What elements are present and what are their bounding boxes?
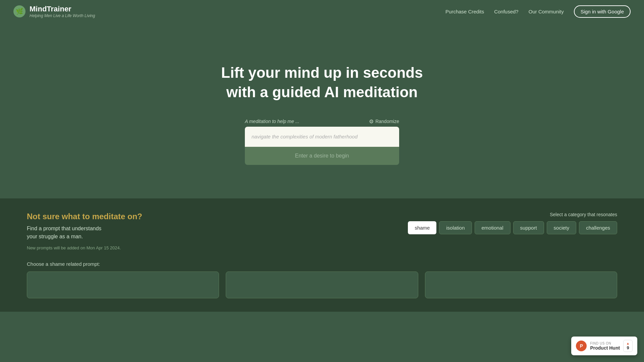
hero-headline: Lift your mind up in seconds with a guid… — [221, 63, 423, 101]
logo-text: MindTrainer Helping Men Live a Life Wort… — [30, 5, 95, 18]
submit-button[interactable]: Enter a desire to begin — [245, 147, 399, 165]
bottom-top: Not sure what to meditate on? Find a pro… — [27, 212, 617, 251]
category-tags: shame isolation emotional support societ… — [408, 221, 617, 234]
category-tag-emotional[interactable]: emotional — [475, 221, 511, 234]
new-prompts-note: New prompts will be added on Mon Apr 15 … — [27, 245, 142, 251]
prompt-cards — [27, 272, 617, 298]
prompts-title: Choose a shame related prompt: — [27, 261, 617, 267]
nav-community[interactable]: Our Community — [529, 9, 564, 14]
product-hunt-name: Product Hunt — [590, 345, 620, 351]
nav-confused[interactable]: Confused? — [494, 9, 519, 14]
bottom-description: Find a prompt that understands your stru… — [27, 225, 142, 241]
product-hunt-upvote[interactable]: ▲ 9 — [623, 340, 633, 352]
hero-section: Lift your mind up in seconds with a guid… — [0, 23, 644, 198]
product-hunt-logo: P — [576, 341, 587, 351]
form-label-row: A meditation to help me ... ⚙ Randomize — [245, 118, 399, 125]
category-tag-challenges[interactable]: challenges — [579, 221, 617, 234]
randomize-icon: ⚙ — [369, 118, 374, 125]
category-tag-support[interactable]: support — [513, 221, 544, 234]
meditation-form: A meditation to help me ... ⚙ Randomize … — [245, 118, 399, 165]
form-label: A meditation to help me ... — [245, 119, 299, 124]
app-name: MindTrainer — [30, 5, 95, 13]
meditation-input[interactable] — [245, 127, 399, 147]
logo-icon: 🌿 — [13, 5, 25, 17]
app-tagline: Helping Men Live a Life Worth Living — [30, 13, 95, 18]
upvote-count: 9 — [627, 345, 629, 350]
upvote-arrow-icon: ▲ — [626, 342, 630, 345]
bottom-left: Not sure what to meditate on? Find a pro… — [27, 212, 142, 251]
product-hunt-text: FIND US ON Product Hunt — [590, 342, 620, 351]
prompt-card-1[interactable] — [27, 272, 219, 298]
bottom-title: Not sure what to meditate on? — [27, 212, 142, 221]
category-tag-isolation[interactable]: isolation — [439, 221, 472, 234]
sign-in-button[interactable]: Sign in with Google — [574, 5, 631, 18]
product-hunt-badge[interactable]: P FIND US ON Product Hunt ▲ 9 — [571, 337, 637, 355]
prompt-card-3[interactable] — [425, 272, 617, 298]
prompts-section: Choose a shame related prompt: — [27, 261, 617, 298]
logo: 🌿 MindTrainer Helping Men Live a Life Wo… — [13, 5, 95, 18]
randomize-button[interactable]: ⚙ Randomize — [369, 118, 399, 125]
category-tag-society[interactable]: society — [547, 221, 577, 234]
bottom-right: Select a category that resonates shame i… — [408, 212, 617, 234]
prompt-card-2[interactable] — [226, 272, 418, 298]
nav-purchase-credits[interactable]: Purchase Credits — [445, 9, 484, 14]
header: 🌿 MindTrainer Helping Men Live a Life Wo… — [0, 0, 644, 23]
category-select-label: Select a category that resonates — [550, 212, 617, 217]
category-tag-shame[interactable]: shame — [408, 221, 436, 234]
product-hunt-find-us: FIND US ON — [590, 342, 620, 345]
main-nav: Purchase Credits Confused? Our Community… — [445, 5, 631, 18]
bottom-section: Not sure what to meditate on? Find a pro… — [0, 198, 644, 312]
